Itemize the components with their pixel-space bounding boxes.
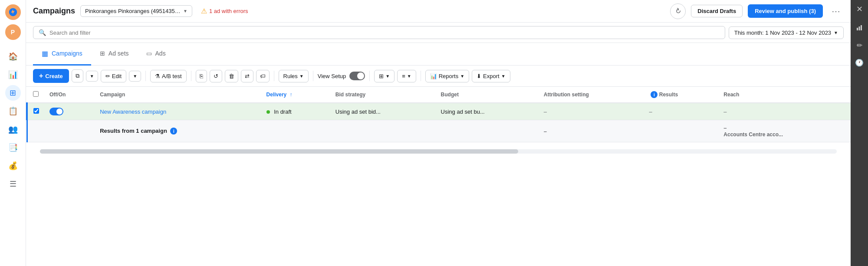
error-text: 1 ad with errors (209, 8, 248, 14)
svg-rect-0 (857, 28, 858, 30)
campaign-link[interactable]: New Awareness campaign (100, 108, 166, 115)
horizontal-scrollbar-thumb[interactable] (40, 149, 518, 154)
horizontal-scrollbar-track[interactable] (40, 149, 837, 154)
summary-budget-cell (436, 120, 539, 142)
duplicate-button[interactable]: ⧉ (72, 69, 83, 82)
select-all-header[interactable] (27, 87, 44, 103)
select-all-checkbox[interactable] (33, 91, 39, 97)
right-sidebar-pencil-icon[interactable]: ✏ (852, 38, 866, 52)
view-setup-wrapper: View Setup (318, 72, 365, 80)
sidebar-icon-people[interactable]: 👥 (5, 122, 21, 137)
layout-button[interactable]: ≡ ▼ (397, 70, 416, 82)
scrollbar-area (26, 142, 851, 161)
row-bid-strategy-cell: Using ad set bid... (330, 103, 436, 120)
tab-ads[interactable]: ▭ Ads (138, 43, 174, 66)
row-checkbox-cell[interactable] (27, 103, 44, 120)
edit-button[interactable]: ✏ Edit (101, 70, 126, 82)
sidebar-icon-coins[interactable]: 💰 (5, 158, 21, 174)
right-sidebar-clock-icon[interactable]: 🕐 (852, 56, 866, 69)
summary-row: Results from 1 campaign i – – (27, 120, 851, 142)
rules-dropdown-icon: ▼ (299, 74, 304, 79)
edit-label: Edit (112, 73, 122, 79)
chevron-down-icon: ▼ (90, 74, 94, 79)
sidebar-icon-document[interactable]: 📋 (5, 103, 21, 119)
reports-button[interactable]: 📊 Reports ▼ (425, 70, 469, 82)
row-attribution-cell: – (539, 103, 644, 120)
top-bar: Campaigns Pinkoranges Pinkoranges (49514… (26, 0, 851, 23)
review-publish-button[interactable]: Review and publish (3) (748, 4, 823, 18)
create-button[interactable]: + Create (33, 69, 69, 83)
sidebar-icon-list[interactable]: 📑 (5, 140, 21, 155)
duplicate-icon: ⧉ (76, 72, 79, 79)
summary-label-cell: Results from 1 campaign i (95, 120, 261, 142)
search-input[interactable] (49, 30, 720, 36)
results-dash: – (649, 108, 652, 115)
toolbar-divider-1 (145, 71, 146, 81)
delivery-text: In draft (274, 108, 291, 115)
summary-attribution-cell: – (539, 120, 644, 142)
copy-button[interactable]: ⎘ (196, 70, 207, 82)
right-sidebar-chart-icon[interactable] (852, 21, 866, 35)
row-reach-cell: – (718, 103, 851, 120)
toolbar-divider-6 (421, 71, 421, 81)
move-button[interactable]: ⇄ (241, 70, 253, 82)
summary-checkbox-cell (27, 120, 44, 142)
export-button[interactable]: ⬇ Export ▼ (472, 70, 510, 82)
summary-attribution-dash: – (544, 128, 547, 135)
sidebar-icon-home[interactable]: 🏠 (5, 49, 21, 64)
adsets-tab-icon: ⊞ (100, 50, 105, 57)
bid-strategy-text: Using ad set bid... (335, 108, 381, 115)
ads-tab-label: Ads (155, 50, 166, 57)
tab-bar: ▦ Campaigns ⊞ Ad sets ▭ Ads (26, 43, 851, 66)
export-icon: ⬇ (477, 73, 481, 79)
ab-test-button[interactable]: ⚗ A/B test (150, 70, 187, 82)
rules-button[interactable]: Rules ▼ (279, 70, 309, 82)
row-checkbox[interactable] (33, 108, 39, 114)
summary-info-icon[interactable]: i (170, 128, 177, 135)
delivery-status-dot (266, 110, 270, 114)
budget-text: Using ad set bu... (441, 108, 485, 115)
account-selector[interactable]: Pinkoranges Pinkoranges (495143562... ▼ (80, 5, 192, 17)
row-results-cell: – (644, 103, 718, 120)
th-delivery[interactable]: Delivery ↑ (261, 87, 330, 103)
tag-icon: 🏷 (260, 73, 266, 79)
page-title: Campaigns (33, 7, 75, 16)
row-toggle-cell (44, 103, 95, 120)
table-header-row: Off/On Campaign Delivery ↑ Bid strategy … (27, 87, 851, 103)
columns-button[interactable]: ⊞ ▼ (374, 70, 395, 82)
reports-dropdown-icon: ▼ (460, 74, 464, 79)
discard-drafts-button[interactable]: Discard Drafts (691, 5, 743, 17)
results-info-icon[interactable]: i (651, 91, 658, 98)
main-content: Campaigns Pinkoranges Pinkoranges (49514… (26, 0, 851, 266)
attribution-dash: – (544, 108, 547, 115)
duplicate-dropdown-button[interactable]: ▼ (86, 71, 98, 82)
reports-icon: 📊 (430, 73, 437, 79)
th-campaign: Campaign (95, 87, 261, 103)
sidebar-icon-menu[interactable]: ☰ (5, 176, 21, 192)
summary-label: Results from 1 campaign (100, 128, 167, 134)
more-options-button[interactable]: ⋯ (828, 3, 844, 19)
summary-toggle-cell (44, 120, 95, 142)
refresh-button[interactable]: ↻ (670, 3, 686, 19)
toolbar-divider-2 (191, 71, 191, 81)
th-budget: Budget (436, 87, 539, 103)
sidebar-icon-grid[interactable]: ⊞ (5, 85, 21, 101)
user-avatar[interactable]: P (5, 24, 21, 40)
date-range-button[interactable]: This month: 1 Nov 2023 - 12 Nov 2023 ▼ (729, 26, 844, 39)
summary-reach-cell: – Accounts Centre acco... (718, 120, 851, 142)
date-range-dropdown-icon: ▼ (834, 30, 838, 35)
sidebar-icon-chart[interactable]: 📊 (5, 67, 21, 82)
tab-campaigns[interactable]: ▦ Campaigns (33, 43, 91, 66)
edit-dropdown-button[interactable]: ▼ (129, 71, 141, 82)
view-setup-toggle[interactable] (349, 72, 365, 80)
undo-button[interactable]: ↺ (210, 70, 222, 82)
th-bid-strategy: Bid strategy (330, 87, 436, 103)
tag-button[interactable]: 🏷 (256, 70, 270, 82)
meta-logo[interactable] (5, 4, 21, 20)
close-sidebar-button[interactable]: ✕ (856, 4, 863, 14)
more-icon: ⋯ (832, 6, 840, 16)
campaigns-tab-icon: ▦ (42, 49, 48, 58)
tab-adsets[interactable]: ⊞ Ad sets (91, 43, 138, 66)
delete-button[interactable]: 🗑 (225, 70, 238, 82)
campaign-toggle[interactable] (49, 108, 63, 115)
